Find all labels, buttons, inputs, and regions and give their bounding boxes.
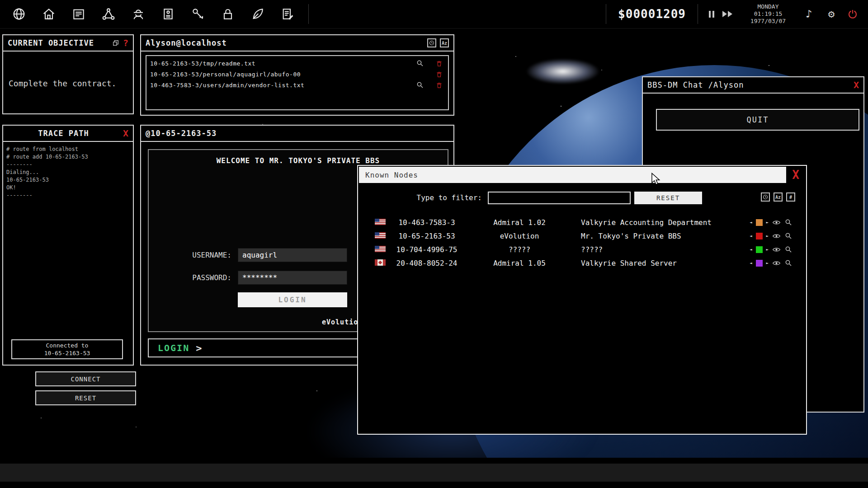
help-icon[interactable]: ? <box>123 38 128 48</box>
node-row[interactable]: 10-463-7583-3 Admiral 1.02 Valkyrie Acco… <box>358 216 806 229</box>
file-row[interactable]: 10-65-2163-53/personal/aquagirl/abufo-00 <box>146 69 448 80</box>
node-description: Mr. Tokyo's Private BBS <box>574 232 750 240</box>
color-next-arrow[interactable]: ► <box>766 220 769 225</box>
search-icon[interactable] <box>784 245 793 253</box>
file-row[interactable]: 10-463-7583-3/users/admin/vendor-list.tx… <box>146 80 448 90</box>
username-label: USERNAME: <box>192 251 231 259</box>
news-icon[interactable] <box>70 5 88 23</box>
known-nodes-titlebar[interactable]: Known Nodes X <box>359 167 805 183</box>
node-description: ????? <box>574 245 750 254</box>
clock-display: MONDAY 01:19:15 1977/03/07 <box>743 3 793 25</box>
filter-label: Type to filter: <box>393 193 482 202</box>
clock-time: 01:19:15 <box>743 10 793 18</box>
color-prev-arrow[interactable]: ◄ <box>750 220 752 225</box>
power-icon[interactable] <box>847 9 861 19</box>
eye-icon[interactable] <box>772 218 781 227</box>
sort-time-icon[interactable] <box>427 38 436 47</box>
username-field[interactable] <box>238 248 347 262</box>
quill-icon[interactable] <box>249 5 267 23</box>
flag-icon <box>375 232 386 239</box>
file-browser-title: Alyson@localhost <box>146 38 227 47</box>
node-client: Admiral 1.02 <box>465 218 574 227</box>
quit-button[interactable]: QUIT <box>656 109 859 131</box>
node-color-swatch <box>756 246 763 253</box>
chevron-right-icon: > <box>196 343 202 354</box>
objective-panel: CURRENT OBJECTIVE ? Complete the contrac… <box>2 34 134 114</box>
trace-title: TRACE PATH <box>8 129 119 138</box>
search-icon[interactable] <box>784 218 793 226</box>
topbar-divider <box>606 4 606 24</box>
reset-button[interactable]: RESET <box>35 390 136 405</box>
objective-text: Complete the contract. <box>3 52 133 88</box>
objective-titlebar: CURRENT OBJECTIVE ? <box>3 35 133 52</box>
node-color-swatch <box>756 233 763 239</box>
file-path: 10-463-7583-3/users/admin/vendor-list.tx… <box>150 82 415 89</box>
trace-titlebar: TRACE PATH X <box>3 126 133 142</box>
bbs-vendor-brand: eVolution <box>322 318 363 326</box>
pause-icon[interactable] <box>707 9 716 19</box>
node-color-swatch <box>756 260 763 267</box>
trash-icon[interactable] <box>434 60 443 67</box>
notes-icon[interactable] <box>278 5 297 23</box>
node-description: Valkyrie Shared Server <box>574 259 750 267</box>
trace-status-line: 10-65-2163-53 <box>12 349 122 357</box>
sort-number-icon[interactable]: # <box>786 192 795 202</box>
file-row[interactable]: 10-65-2163-53/tmp/readme.txt <box>146 58 448 69</box>
close-icon[interactable]: X <box>786 167 805 183</box>
globe-icon[interactable] <box>10 5 28 23</box>
search-icon[interactable] <box>784 232 793 240</box>
search-icon[interactable] <box>415 59 425 67</box>
eye-icon[interactable] <box>772 245 781 254</box>
sort-alpha-icon[interactable]: Az <box>774 192 783 202</box>
trash-icon[interactable] <box>434 70 443 78</box>
color-prev-arrow[interactable]: ◄ <box>750 261 752 265</box>
connect-button[interactable]: CONNECT <box>35 371 136 386</box>
close-icon[interactable]: X <box>123 128 128 139</box>
home-icon[interactable] <box>40 5 58 23</box>
trace-log-line: OK! <box>6 184 130 192</box>
color-next-arrow[interactable]: ► <box>766 234 769 238</box>
chat-title: BBS-DM Chat /Alyson <box>647 80 744 89</box>
network-icon[interactable] <box>99 5 118 23</box>
node-row[interactable]: 10-704-4996-75 ????? ????? ◄ ► <box>358 243 806 256</box>
color-prev-arrow[interactable]: ◄ <box>750 247 752 252</box>
trash-icon[interactable] <box>434 81 443 89</box>
file-list: 10-65-2163-53/tmp/readme.txt 10-65-2163-… <box>146 55 449 110</box>
node-row[interactable]: 20-408-8052-24 Admiral 1.05 Valkyrie Sha… <box>358 256 806 270</box>
node-number: 20-408-8052-24 <box>388 259 465 267</box>
color-prev-arrow[interactable]: ◄ <box>750 234 752 238</box>
search-icon[interactable] <box>415 81 425 89</box>
bottom-taskbar-strip <box>0 464 868 482</box>
trace-log: # route from localhost # route add 10-65… <box>3 142 133 203</box>
fast-forward-icon[interactable] <box>721 9 734 19</box>
bbs-login-button[interactable]: LOGIN <box>238 292 347 307</box>
node-client: eVolution <box>465 232 574 240</box>
eye-icon[interactable] <box>772 259 781 267</box>
planet-sun-glare <box>527 59 599 84</box>
restore-window-icon[interactable] <box>112 39 119 47</box>
color-next-arrow[interactable]: ► <box>766 247 769 252</box>
eye-icon[interactable] <box>772 232 781 240</box>
sort-alpha-icon[interactable]: Az <box>440 38 449 47</box>
filter-reset-button[interactable]: RESET <box>634 192 702 204</box>
trace-log-line: Dialing... <box>6 169 130 176</box>
search-icon[interactable] <box>784 259 793 267</box>
filter-input[interactable] <box>488 192 631 204</box>
connection-title: @10-65-2163-53 <box>146 129 217 138</box>
node-row[interactable]: 10-65-2163-53 eVolution Mr. Tokyo's Priv… <box>358 229 806 243</box>
spy-icon[interactable] <box>129 5 147 23</box>
sort-time-icon[interactable] <box>761 192 770 202</box>
card-icon[interactable] <box>159 5 177 23</box>
password-field[interactable] <box>238 271 347 285</box>
color-next-arrow[interactable]: ► <box>766 261 769 265</box>
known-nodes-title: Known Nodes <box>359 167 786 183</box>
trace-log-line: -------- <box>6 161 130 169</box>
key-icon[interactable] <box>189 5 207 23</box>
trace-log-line: # route from localhost <box>6 145 130 153</box>
close-icon[interactable]: X <box>854 80 859 90</box>
flag-icon <box>375 246 386 252</box>
settings-gear-icon[interactable]: ⚙ <box>825 8 838 20</box>
trace-status-box: Connected to 10-65-2163-53 <box>11 339 123 359</box>
lock-icon[interactable] <box>219 5 237 23</box>
music-icon[interactable]: ♪ <box>802 8 816 20</box>
